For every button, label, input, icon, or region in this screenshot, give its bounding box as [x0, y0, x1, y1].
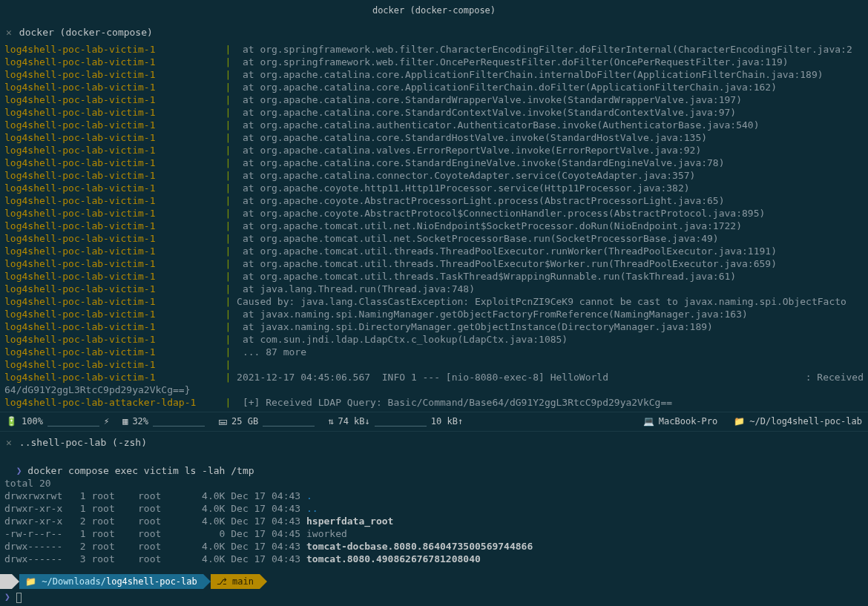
log-line: log4shell-poc-lab-victim-1 | at org.apac… — [4, 257, 864, 270]
arrow-icon — [12, 574, 19, 589]
log-line: log4shell-poc-lab-victim-1 | at org.apac… — [4, 245, 864, 257]
log-line: log4shell-poc-lab-victim-1 | — [4, 358, 864, 371]
log-line: log4shell-poc-lab-victim-1 | at org.apac… — [4, 131, 864, 144]
log-line: log4shell-poc-lab-victim-1 | at org.apac… — [4, 93, 864, 106]
net-status: ⇅ 74 kB↓ 10 kB↑ — [328, 415, 463, 428]
log-line: log4shell-poc-lab-victim-1 | at org.apac… — [4, 169, 864, 182]
path-segment: 📁 ~/Downloads/log4shell-poc-lab — [19, 574, 203, 589]
folder-icon: 📁 — [734, 415, 745, 428]
folder-icon: 📁 — [25, 576, 36, 588]
prompt-chevron-icon: ❯ — [16, 465, 22, 476]
close-icon[interactable]: ✕ — [6, 436, 12, 449]
log-line: log4shell-poc-lab-victim-1 | at javax.na… — [4, 308, 864, 320]
net-icon: ⇅ — [328, 415, 333, 428]
window-title: docker (docker-compose) — [0, 0, 868, 19]
net-up: 10 kB↑ — [431, 415, 463, 428]
log-line: log4shell-poc-lab-victim-1 | at org.apac… — [4, 157, 864, 169]
path-prefix: ~/Downloads/ — [42, 576, 106, 588]
laptop-icon: 💻 — [643, 415, 654, 428]
log-line: log4shell-poc-lab-victim-1 | at org.apac… — [4, 68, 864, 81]
list-item: drwx------ 2 root root 4.0K Dec 17 04:43… — [4, 540, 864, 553]
prompt-chevron-icon: ❯ — [4, 591, 10, 602]
log-line: log4shell-poc-lab-victim-1 | at java.lan… — [4, 283, 864, 295]
prompt-line[interactable]: ❯ docker compose exec victim ls -lah /tm… — [0, 452, 868, 477]
disk-spark — [263, 418, 315, 426]
battery-icon: 🔋 — [6, 415, 17, 428]
log-line: log4shell-poc-lab-victim-1 | Caused by: … — [4, 295, 864, 308]
log-line-info: log4shell-poc-lab-victim-1 | 2021-12-17 … — [4, 371, 864, 383]
cursor — [16, 593, 22, 603]
path-accent: log4shell-poc-lab — [106, 576, 197, 588]
cwd-status: 📁 ~/D/log4shell-poc-lab — [734, 415, 862, 428]
host-status: 💻 MacBook-Pro — [643, 415, 717, 428]
battery-status: 🔋 100% ⚡ — [6, 415, 109, 428]
arrow-icon — [203, 574, 211, 589]
ls-output: total 20drwxrwxrwt 1 root root 4.0K Dec … — [0, 477, 868, 565]
log-line-attacker: log4shell-poc-lab-attacker-ldap-1 | [+] … — [4, 396, 864, 409]
status-bar: 🔋 100% ⚡ ▦ 32% 🖴 25 GB ⇅ 74 kB↓ 10 kB↑ 💻… — [0, 412, 868, 432]
list-item: drwxrwxrwt 1 root root 4.0K Dec 17 04:43… — [4, 490, 864, 502]
terminal-pane-docker[interactable]: log4shell-poc-lab-victim-1 | at org.spri… — [0, 43, 868, 409]
log-line: log4shell-poc-lab-victim-1 | at org.apac… — [4, 232, 864, 245]
ls-total: total 20 — [4, 477, 864, 490]
cwd-path: ~/D/log4shell-poc-lab — [749, 415, 862, 428]
list-item: drwx------ 3 root root 4.0K Dec 17 04:43… — [4, 553, 864, 565]
bolt-icon: ⚡ — [104, 415, 109, 428]
powerline-bar: 📁 ~/Downloads/log4shell-poc-lab ⎇ main — [0, 574, 868, 589]
battery-value: 100% — [22, 415, 43, 428]
cpu-spark — [153, 418, 205, 426]
log-line: log4shell-poc-lab-victim-1 | at org.apac… — [4, 194, 864, 207]
log-line: log4shell-poc-lab-victim-1 | ... 87 more — [4, 346, 864, 358]
disk-icon: 🖴 — [218, 415, 227, 428]
disk-value: 25 GB — [231, 415, 258, 428]
log-line: log4shell-poc-lab-victim-1 | at com.sun.… — [4, 333, 864, 346]
disk-status: 🖴 25 GB — [218, 415, 315, 428]
branch-name: main — [232, 576, 254, 588]
apple-segment — [0, 574, 12, 589]
final-prompt[interactable]: ❯ — [0, 589, 868, 605]
log-line: log4shell-poc-lab-victim-1 | at org.spri… — [4, 56, 864, 68]
tab-shell[interactable]: ..shell-poc-lab (-zsh) — [19, 436, 147, 449]
git-icon: ⎇ — [217, 576, 227, 588]
battery-spark — [47, 418, 99, 426]
log-line: log4shell-poc-lab-victim-1 | at org.apac… — [4, 106, 864, 119]
cpu-status: ▦ 32% — [122, 415, 205, 428]
log-line-fragment: 64/dG91Y2ggL3RtcC9pd29ya2VkCg==} — [4, 383, 864, 396]
log-line: log4shell-poc-lab-victim-1 | at org.apac… — [4, 220, 864, 232]
log-line: log4shell-poc-lab-victim-1 | at org.apac… — [4, 81, 864, 93]
tab-bar-top: ✕ docker (docker-compose) — [0, 19, 868, 43]
tab-docker[interactable]: docker (docker-compose) — [19, 26, 153, 39]
log-line: log4shell-poc-lab-victim-1 | at org.spri… — [4, 43, 864, 56]
net-spark — [375, 418, 427, 426]
net-down: 74 kB↓ — [338, 415, 369, 428]
branch-segment: ⎇ main — [211, 574, 260, 589]
log-line: log4shell-poc-lab-victim-1 | at org.apac… — [4, 270, 864, 283]
command-text: docker compose exec victim ls -lah /tmp — [27, 465, 254, 476]
cpu-value: 32% — [132, 415, 148, 428]
log-line: log4shell-poc-lab-victim-1 | at org.apac… — [4, 182, 864, 194]
list-item: drwxr-xr-x 1 root root 4.0K Dec 17 04:43… — [4, 502, 864, 515]
chip-icon: ▦ — [122, 415, 128, 428]
close-icon[interactable]: ✕ — [6, 26, 12, 39]
log-line: log4shell-poc-lab-victim-1 | at javax.na… — [4, 320, 864, 333]
tab-bar-bottom: ✕ ..shell-poc-lab (-zsh) — [0, 432, 868, 452]
arrow-icon — [260, 574, 267, 589]
list-item: drwxr-xr-x 2 root root 4.0K Dec 17 04:43… — [4, 515, 864, 527]
host-name: MacBook-Pro — [659, 415, 717, 428]
log-line: log4shell-poc-lab-victim-1 | at org.apac… — [4, 207, 864, 220]
log-line: log4shell-poc-lab-victim-1 | at org.apac… — [4, 119, 864, 131]
log-line: log4shell-poc-lab-victim-1 | at org.apac… — [4, 144, 864, 157]
list-item: -rw-r--r-- 1 root root 0 Dec 17 04:45 iw… — [4, 527, 864, 540]
